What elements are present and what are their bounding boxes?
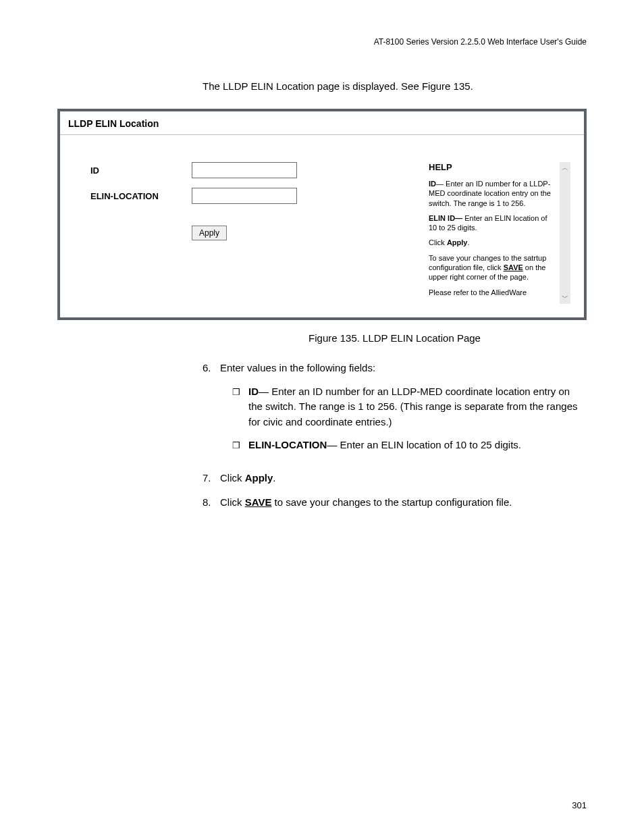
scroll-up-icon[interactable]: ︿ (562, 162, 568, 174)
help-scrollbar[interactable]: ︿ ﹀ (560, 162, 570, 304)
bullet-icon: ❒ (232, 438, 248, 453)
step-7-text: Click Apply. (220, 471, 587, 486)
help-title: HELP (429, 162, 557, 172)
scroll-down-icon[interactable]: ﹀ (562, 292, 568, 304)
bullet-elin: ELIN-LOCATION— Enter an ELIN location of… (248, 438, 587, 453)
intro-text: The LLDP ELIN Location page is displayed… (203, 80, 587, 92)
bullet-icon: ❒ (232, 384, 248, 430)
id-label: ID (90, 165, 192, 176)
id-input[interactable] (192, 162, 297, 178)
apply-button[interactable]: Apply (192, 226, 227, 240)
help-text-elin: ELIN ID— Enter an ELIN location of 10 to… (429, 213, 557, 233)
help-text-cutoff: Please refer to the AlliedWare (429, 288, 557, 297)
page-header: AT-8100 Series Version 2.2.5.0 Web Inter… (57, 37, 587, 47)
figure-caption: Figure 135. LLDP ELIN Location Page (203, 332, 587, 344)
help-panel: HELP ID— Enter an ID number for a LLDP-M… (429, 162, 570, 304)
step-8-text: Click SAVE to save your changes to the s… (220, 495, 587, 511)
step-number: 8. (203, 495, 220, 511)
elin-location-input[interactable] (192, 188, 297, 204)
help-text-id: ID— Enter an ID number for a LLDP-MED co… (429, 179, 557, 208)
help-text-apply: Click Apply. (429, 238, 557, 247)
screenshot-panel: LLDP ELIN Location ID ELIN-LOCATION Appl… (57, 109, 587, 320)
bullet-id: ID— Enter an ID number for an LLDP-MED c… (248, 384, 587, 430)
step-number: 7. (203, 471, 220, 486)
elin-location-label: ELIN-LOCATION (90, 191, 192, 201)
help-text-save: To save your changes to the satrtup conf… (429, 253, 557, 282)
step-number: 6. (203, 361, 220, 461)
step-6-text: Enter values in the following fields: (220, 361, 587, 376)
page-number: 301 (572, 800, 587, 810)
panel-title: LLDP ELIN Location (60, 111, 584, 135)
